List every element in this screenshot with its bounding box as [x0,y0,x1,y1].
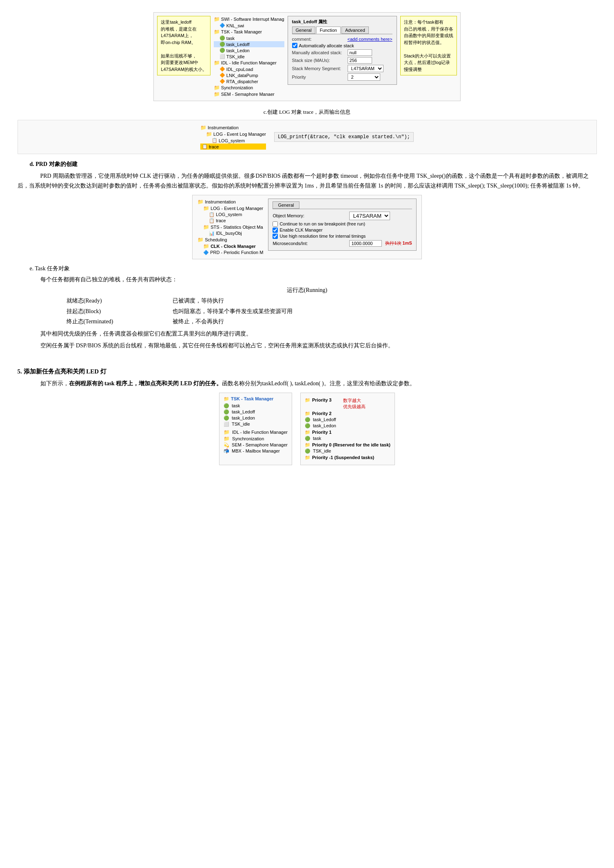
auto-alloc-row: Automatically allocate stack [292,43,392,48]
mbx-icon: 📬 [224,448,229,454]
folder-icon: 📁 [214,91,220,97]
props-comment-row: comment: <add comments here> [292,37,392,42]
task-icon: 🟢 [219,48,225,53]
priority-note: 数字越大 优先级越高 [343,398,366,410]
clk-enable-label: Enable CLK Manager [279,227,322,232]
tree-panel: 📁 SWI - Software Interrupt Manag 🔷 KNL_s… [214,16,284,97]
props-comment-link[interactable]: <add comments here> [348,37,392,42]
tree-item: 📁 STS - Statistics Object Ma [197,224,263,230]
tree-item: 📁 Instrumentation [200,124,266,131]
clk-obj-memory-row: Object Memory: L47SARAM [273,212,412,220]
priority-0-label: Priority 0 (Reserved for the idle task) [312,442,390,447]
task-note-1: 其中相同优先级的任务，任务调度器会根据它们在配置工具里列出的顺序进行调度。 [18,329,597,339]
section-5-heading: 5. 添加新任务点亮和关闭 LED 灯 [18,368,597,375]
folder-icon: 📁 [305,442,310,448]
clk-microseconds-value[interactable]: 1000.0000 [349,240,382,247]
task-icon: 🟢 [219,42,225,47]
clk-enable-row: Enable CLK Manager [273,227,412,233]
tree-item: 📋 LOG_system [200,137,266,144]
props-tab-general[interactable]: General [292,27,315,34]
clk-continue-checkbox[interactable] [273,221,278,227]
task-item: 🟢 task_Ledon [305,423,390,428]
task-icon: 🟢 [224,409,229,415]
strikethrough-text: 执行1次 [385,241,401,245]
func-icon: 🔶 [219,73,225,78]
page-content: 这里task_ledoff的堆栈，是建立在L47SARAM上，即on-chip … [18,12,597,465]
priority-2-label: Priority 2 [312,411,332,416]
task-icon: 🔷 [219,23,225,28]
log-code: LOG_printf(&trace, "clk example started.… [274,132,414,142]
prd-icon: 🔷 [203,250,209,255]
priority-row: Priority 2 [292,73,392,81]
tree-item[interactable]: 🟢 task_Ledoff [214,41,284,47]
clk-note: 执行1次 1mS [385,240,412,246]
stack-size-row: Stack size (MAUs): 256 [292,57,392,64]
folder-icon: 📁 [214,60,220,66]
top-diagram: 这里task_ledoff的堆栈，是建立在L47SARAM上，即on-chip … [18,12,597,101]
log-icon: 📋 [209,212,215,217]
tree-item: 📊 IDL_busyObj [197,230,263,236]
section-d: d. PRD 对象的创建 [30,161,597,168]
tree-item-trace[interactable]: 📋 trace [200,144,266,150]
priority-2-row: 📁 Priority 2 🟢 task_Ledoff 🟢 task_Ledon [305,411,390,428]
task-icon: 🟢 [305,417,310,422]
func-icon: 🔶 [219,79,225,84]
clk-enable-checkbox[interactable] [273,227,278,233]
folder-icon: 📁 [305,411,310,416]
tree-item: 🔷 PRD - Periodic Function M [197,250,263,256]
folder-icon: 📁 [305,430,310,435]
priority-label: Priority [292,75,345,80]
tree-item: 📁 Instrumentation [197,199,263,205]
clk-props: General Object Memory: L47SARAM Continue… [268,199,416,251]
tree-item: 📁 LOG - Event Log Manager [200,131,266,137]
clk-highres-row: Use high resolution time for internal ti… [273,234,412,239]
clk-highres-checkbox[interactable] [273,234,278,239]
priority-3-label: Priority 3 [312,398,332,402]
state-row-terminated: 终止态(Terminated) 被终止，不会再执行 [66,317,597,326]
task-item: 📁 IDL - Idle Function Manager [224,429,288,435]
task-item: 🟢 task_Ledoff [224,409,288,415]
state-row-ready: 就绪态(Ready) 已被调度，等待执行 [66,296,597,305]
stack-memory-select[interactable]: L47SARAM [348,65,383,72]
clk-continue-label: Continue to run on sw breakpoint (free r… [279,221,365,226]
auto-alloc-checkbox[interactable] [292,43,297,48]
clk-microseconds-row: Microseconds/Int: 1000.0000 执行1次 1mS [273,240,412,247]
tree-item[interactable]: 📁 TSK - Task Manager [214,29,284,35]
folder-icon: 📁 [214,29,220,35]
state-desc: 已被调度，等待执行 [173,296,224,305]
tree-item[interactable]: 📁 CLK - Clock Manager [197,243,263,250]
task-note-2: 空闲任务属于 DSP/BIOS 系统的后台线程，有限地最低，其它任何任务线程都可… [18,341,597,351]
section-c-label: c.创建 LOG 对象 trace，从而输出信息 [264,109,351,115]
section-d-label: d. PRD 对象的创建 [30,161,78,167]
tree-item: 🟢 task_Ledon [214,47,284,53]
priority-1-label: Priority 1 [312,430,332,435]
priority-neg1-label: Priority -1 (Suspended tasks) [312,455,374,460]
stack-size-value[interactable]: 256 [348,57,372,64]
folder-icon: 📁 [197,199,204,205]
folder-icon: 📁 [203,243,209,249]
folder-icon: 📁 [214,16,220,22]
manual-stack-value: null [348,49,372,56]
clk-obj-memory-select[interactable]: L47SARAM [349,212,390,220]
tree-item: 📁 Synchronization [214,84,284,91]
tree-item[interactable]: 📁 IDL - Idle Function Manager [214,60,284,66]
task-intro-text: 每个任务都拥有自己独立的堆栈，任务共有四种状态： [40,276,177,283]
task-icon: 🟢 [219,35,225,41]
running-state: 运行态(Running) [18,287,597,294]
tree-item: 📁 Scheduling [197,236,263,243]
folder-icon: 📁 [197,237,204,243]
props-tab-function[interactable]: Function [316,27,341,34]
priority-neg1-row: 📁 Priority -1 (Suspended tasks) [305,455,390,460]
stats-icon: 📊 [209,231,215,236]
state-desc: 被终止，不会再执行 [173,317,224,326]
state-row-block: 挂起态(Block) 也叫阻塞态，等待某个事件发生或某些资源可用 [66,307,597,316]
task-icon: 🟢 [224,403,229,409]
clk-tab-general[interactable]: General [273,201,299,209]
log-tree: 📁 Instrumentation 📁 LOG - Event Log Mana… [200,124,266,150]
priority-select[interactable]: 2 [348,73,380,81]
props-tabs: General Function Advanced [292,27,392,34]
props-tab-advanced[interactable]: Advanced [341,27,369,34]
stack-memory-row: Stack Memory Segment: L47SARAM [292,65,392,72]
task-item: 📬 MBX - Mailbox Manager [224,448,288,454]
tree-item: 🔶 LNK_dataPump [214,72,284,78]
